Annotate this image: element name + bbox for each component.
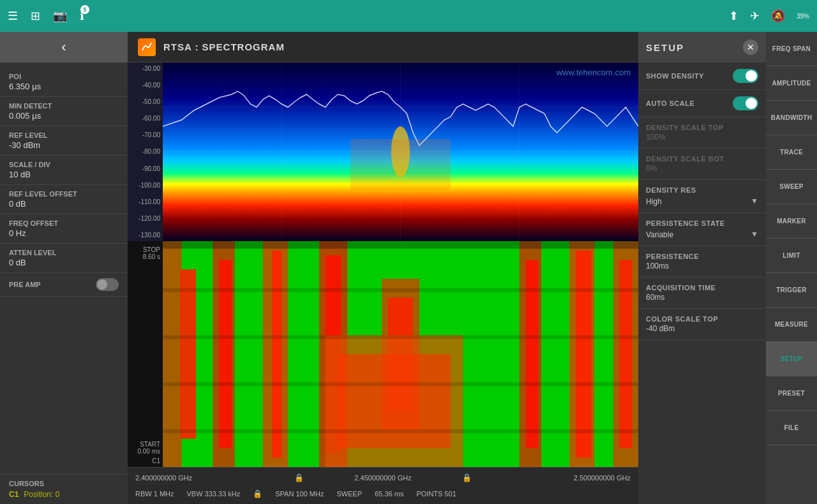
param-list: POI 6.350 µs MIN DETECT 0.005 µs REF LEV… xyxy=(0,63,128,474)
info-badge: 5 xyxy=(80,5,89,14)
main-layout: ‹ POI 6.350 µs MIN DETECT 0.005 µs REF L… xyxy=(0,32,817,504)
back-button[interactable]: ‹ xyxy=(0,32,128,63)
setup-header: SETUP ✕ xyxy=(638,32,766,63)
setup-title: SETUP xyxy=(646,42,684,53)
param-scale-div[interactable]: SCALE / DIV 10 dB xyxy=(0,156,128,185)
left-panel: ‹ POI 6.350 µs MIN DETECT 0.005 µs REF L… xyxy=(0,32,128,504)
svg-rect-21 xyxy=(338,354,450,448)
gps-off-icon[interactable]: 🔕 xyxy=(771,9,785,23)
setup-show-density: SHOW DENSITY xyxy=(638,63,766,90)
svg-rect-29 xyxy=(163,288,638,292)
param-pre-amp[interactable]: PRE AMP xyxy=(0,273,128,297)
cursor-position: Position: 0 xyxy=(24,490,59,499)
svg-rect-25 xyxy=(576,251,592,458)
svg-rect-15 xyxy=(273,251,282,458)
freq-bar: 2.400000000 GHz 🔒 2.450000000 GHz 🔒 2.50… xyxy=(135,473,631,482)
menu-measure[interactable]: MEASURE xyxy=(766,308,817,342)
bottom-bar: 2.400000000 GHz 🔒 2.450000000 GHz 🔒 2.50… xyxy=(128,467,638,504)
density-res-arrow: ▼ xyxy=(751,196,758,205)
menu-preset[interactable]: PRESET xyxy=(766,376,817,411)
setup-acquisition-time: ACQUISITION TIME 60ms xyxy=(638,278,766,309)
c1-label: C1 xyxy=(128,457,160,464)
svg-rect-8 xyxy=(350,139,451,190)
param-min-detect: MIN DETECT 0.005 µs xyxy=(0,97,128,126)
spectrogram-area: -30.00 -40.00 -50.00 -60.00 -70.00 -80.0… xyxy=(128,63,638,241)
density-canvas[interactable] xyxy=(163,241,638,467)
title-bar: RTSA : SPECTROGRAM xyxy=(128,32,638,63)
svg-rect-11 xyxy=(180,269,196,439)
param-freq-offset[interactable]: FREQ OFFSET 0 Hz xyxy=(0,214,128,244)
spectrum-canvas[interactable]: www.tehencom.com xyxy=(163,63,638,241)
param-ref-level[interactable]: REF LEVEL -30 dBm xyxy=(0,126,128,156)
density-area: STOP 8.60 s START 0.00 ms C1 xyxy=(128,241,638,467)
center-panel: RTSA : SPECTROGRAM -30.00 -40.00 -50.00 … xyxy=(128,32,638,504)
menu-sweep[interactable]: SWEEP xyxy=(766,170,817,204)
sweep-time: 65.36 ms xyxy=(375,490,403,498)
menu-trace[interactable]: TRACE xyxy=(766,135,817,170)
menu-bandwidth[interactable]: BANDWIDTH xyxy=(766,101,817,135)
page-title: RTSA : SPECTROGRAM xyxy=(163,41,285,52)
top-bar-left: ☰ ⊞ 📷 ℹ 5 xyxy=(8,9,84,23)
setup-panel: SETUP ✕ SHOW DENSITY AUTO SCALE DENSITY … xyxy=(638,32,766,504)
camera-icon[interactable]: 📷 xyxy=(53,9,67,23)
setup-persistence-state[interactable]: PERSISTENCE STATE Variable ▼ xyxy=(638,213,766,246)
svg-rect-32 xyxy=(163,429,638,433)
top-bar: ☰ ⊞ 📷 ℹ 5 ⬆ ✈ 🔕 39% xyxy=(0,0,817,32)
svg-rect-31 xyxy=(163,382,638,386)
vbw-value: VBW 333.33 kHz xyxy=(187,490,241,498)
menu-trigger[interactable]: TRIGGER xyxy=(766,273,817,308)
upload-icon[interactable]: ⬆ xyxy=(729,9,738,23)
info-icon[interactable]: ℹ 5 xyxy=(80,9,84,23)
setup-close-button[interactable]: ✕ xyxy=(743,40,758,55)
cursors-section: CURSORS C1 Position: 0 xyxy=(0,474,128,504)
menu-marker[interactable]: MARKER xyxy=(766,204,817,239)
menu-freq-span[interactable]: FREQ SPAN xyxy=(766,32,817,66)
setup-color-scale-top: COLOR SCALE TOP -40 dBm xyxy=(638,309,766,340)
freq-mid: 2.450000000 GHz xyxy=(304,474,463,482)
lock-icon-right: 🔒 xyxy=(462,473,472,482)
pre-amp-toggle[interactable] xyxy=(96,278,119,291)
cursors-values: C1 Position: 0 xyxy=(9,490,119,499)
right-menu: FREQ SPAN AMPLITUDE BANDWIDTH TRACE SWEE… xyxy=(766,32,817,504)
cursors-label: CURSORS xyxy=(9,480,119,487)
menu-file[interactable]: FILE xyxy=(766,411,817,445)
persistence-state-dropdown[interactable]: Variable ▼ xyxy=(646,229,758,239)
sweep-label: SWEEP xyxy=(336,490,362,498)
freq-left: 2.400000000 GHz xyxy=(135,474,294,482)
points-value: POINTS 501 xyxy=(416,490,456,498)
hamburger-icon[interactable]: ☰ xyxy=(8,9,18,23)
setup-density-res[interactable]: DENSITY RES High ▼ xyxy=(638,180,766,213)
battery-icon: 39% xyxy=(797,13,809,20)
svg-rect-28 xyxy=(163,241,638,249)
menu-amplitude[interactable]: AMPLITUDE xyxy=(766,66,817,101)
persistence-state-arrow: ▼ xyxy=(751,230,758,239)
watermark: www.tehencom.com xyxy=(557,68,631,77)
setup-density-scale-top: DENSITY SCALE TOP 100% xyxy=(638,117,766,149)
sweep-bar: RBW 1 MHz VBW 333.33 kHz 🔒 SPAN 100 MHz … xyxy=(135,489,631,498)
show-density-toggle[interactable] xyxy=(733,69,758,83)
span-value: SPAN 100 MHz xyxy=(275,490,324,498)
wifi-off-icon[interactable]: ✈ xyxy=(750,9,760,23)
menu-limit[interactable]: LIMIT xyxy=(766,239,817,273)
svg-rect-10 xyxy=(163,241,181,467)
density-res-dropdown[interactable]: High ▼ xyxy=(646,196,758,206)
param-atten-level[interactable]: ATTEN LEVEL 0 dB xyxy=(0,244,128,273)
setup-auto-scale: AUTO SCALE xyxy=(638,90,766,117)
menu-setup[interactable]: SETUP xyxy=(766,342,817,376)
lock-icon-span: 🔒 xyxy=(253,489,262,498)
freq-right: 2.500000000 GHz xyxy=(472,474,631,482)
start-label: START 0.00 ms xyxy=(128,441,160,455)
top-bar-right: ⬆ ✈ 🔕 39% xyxy=(729,9,809,23)
rbw-value: RBW 1 MHz xyxy=(135,490,174,498)
auto-scale-toggle[interactable] xyxy=(733,96,758,110)
lock-icon-left: 🔒 xyxy=(294,473,304,482)
param-poi: POI 6.350 µs xyxy=(0,68,128,97)
y-axis: -30.00 -40.00 -50.00 -60.00 -70.00 -80.0… xyxy=(128,63,163,241)
setup-persistence: PERSISTENCE 100ms xyxy=(638,246,766,278)
density-left-axis: STOP 8.60 s START 0.00 ms C1 xyxy=(128,241,163,467)
cursor-c1-label: C1 xyxy=(9,490,19,499)
setup-body: SHOW DENSITY AUTO SCALE DENSITY SCALE TO… xyxy=(638,63,766,504)
grid-icon[interactable]: ⊞ xyxy=(31,9,40,23)
param-ref-level-offset[interactable]: REF LEVEL OFFSET 0 dB xyxy=(0,185,128,214)
setup-density-scale-bot: DENSITY SCALE BOT 0% xyxy=(638,149,766,180)
